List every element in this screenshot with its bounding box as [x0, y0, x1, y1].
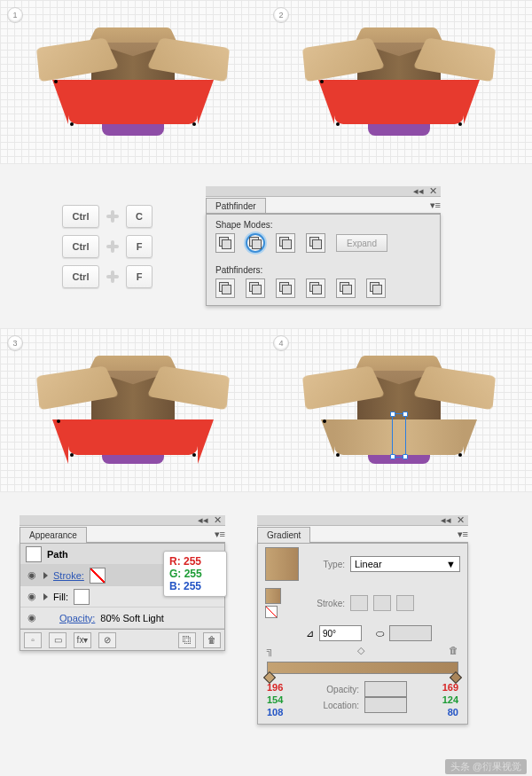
opacity-row[interactable]: ◉ Opacity: 80% Soft Light [20, 607, 224, 629]
box-illustration [31, 16, 235, 149]
visibility-icon[interactable]: ◉ [26, 591, 38, 602]
box-illustration [297, 16, 501, 149]
key-modifier: Ctrl [62, 205, 99, 228]
expand-icon[interactable] [43, 593, 48, 600]
right-stop-rgb: 169 124 80 [442, 681, 458, 718]
location-label: Location: [318, 701, 359, 710]
shortcut-row: Ctrl F [62, 235, 153, 258]
clear-button[interactable]: ⊘ [98, 632, 116, 648]
stroke-label: Stroke: [304, 599, 345, 608]
pathfinder-panel: Shape Modes: Expand Pathfinders: [206, 213, 441, 306]
gradient-panel: Type: Linear▼ Stroke: ⊿ 90° [257, 542, 468, 725]
visibility-icon[interactable]: ◉ [26, 612, 38, 623]
type-label: Type: [304, 560, 345, 569]
step-2: 2 [266, 0, 532, 164]
shape-modes-label: Shape Modes: [207, 215, 440, 231]
pathfinder-tab[interactable]: Pathfinder [206, 198, 266, 214]
expand-button[interactable]: Expand [336, 234, 387, 252]
fill-toggle[interactable] [265, 588, 281, 604]
key-letter: F [126, 265, 153, 288]
key-letter: F [126, 235, 153, 258]
outline-button[interactable] [336, 278, 356, 298]
box-illustration [297, 344, 501, 477]
step-badge: 3 [7, 335, 23, 351]
plus-icon [105, 208, 121, 224]
trash-icon[interactable]: 🗑 [449, 645, 458, 656]
step-badge: 4 [273, 335, 289, 351]
rgb-tooltip: R: 255 G: 255 B: 255 [163, 551, 227, 597]
plus-icon [105, 239, 121, 255]
key-modifier: Ctrl [62, 265, 99, 288]
stroke-across-button[interactable] [396, 595, 414, 611]
gradient-slider[interactable] [267, 662, 458, 674]
opacity-input[interactable] [364, 681, 407, 697]
key-modifier: Ctrl [62, 235, 99, 258]
minus-back-button[interactable] [366, 278, 386, 298]
stroke-toggle[interactable] [265, 606, 278, 618]
appearance-tab[interactable]: Appearance [20, 527, 87, 543]
unite-button[interactable] [215, 233, 235, 253]
shortcut-row: Ctrl F [62, 265, 153, 288]
minus-front-button[interactable] [246, 233, 265, 253]
expand-icon[interactable] [43, 572, 48, 579]
intersect-button[interactable] [276, 233, 295, 253]
selection-swatch [26, 546, 42, 562]
selection-handles[interactable] [392, 413, 406, 458]
stroke-in-button[interactable] [350, 595, 368, 611]
angle-icon: ⊿ [306, 628, 314, 639]
fx-button[interactable]: fx▾ [74, 632, 91, 648]
new-stroke-button[interactable]: ▭ [49, 632, 66, 648]
panel-header-bar: ◂◂✕ [257, 515, 468, 526]
step-3: 3 [0, 328, 266, 492]
angle-input[interactable]: 90° [319, 625, 362, 641]
key-letter: C [126, 205, 153, 228]
step-1: 1 [0, 0, 266, 164]
box-illustration [31, 344, 235, 477]
crop-button[interactable] [306, 278, 325, 298]
stroke-along-button[interactable] [373, 595, 391, 611]
shortcut-panel-strip: Ctrl C Ctrl F Ctrl F ◂◂✕ Pathfinder ▾≡ S… [0, 164, 532, 328]
type-select[interactable]: Linear▼ [350, 556, 460, 572]
keyboard-shortcuts: Ctrl C Ctrl F Ctrl F [62, 205, 153, 288]
step-badge: 1 [7, 7, 23, 23]
panel-header-bar: ◂◂✕ [206, 186, 441, 197]
fill-swatch[interactable] [74, 589, 90, 605]
duplicate-button[interactable]: ⿻ [178, 632, 196, 648]
step-badge: 2 [273, 7, 289, 23]
aspect-input[interactable] [389, 625, 432, 641]
gradient-tab[interactable]: Gradient [257, 527, 310, 543]
stroke-swatch[interactable] [90, 568, 106, 584]
divide-button[interactable] [215, 278, 235, 298]
stroke-link[interactable]: Stroke: [53, 570, 84, 581]
appearance-footer: ▫ ▭ fx▾ ⊘ ⿻ 🗑 [20, 629, 224, 650]
location-input[interactable] [364, 697, 407, 713]
watermark: 头条 @衍果视觉 [445, 759, 527, 774]
trim-button[interactable] [246, 278, 265, 298]
left-stop-rgb: 196 154 108 [267, 681, 283, 718]
opacity-label: Opacity: [318, 685, 359, 694]
plus-icon [105, 269, 121, 285]
opacity-link[interactable]: Opacity: [59, 613, 95, 623]
aspect-icon: ⬭ [376, 628, 384, 639]
shortcut-row: Ctrl C [62, 205, 153, 228]
panel-header-bar: ◂◂✕ [20, 515, 225, 526]
pathfinders-label: Pathfinders: [207, 260, 440, 277]
visibility-icon[interactable]: ◉ [26, 569, 38, 581]
gradient-preview[interactable] [265, 547, 299, 581]
merge-button[interactable] [276, 278, 295, 298]
exclude-button[interactable] [306, 233, 325, 253]
trash-button[interactable]: 🗑 [203, 632, 221, 648]
step-4: 4 [266, 328, 532, 492]
new-fill-button[interactable]: ▫ [24, 632, 42, 648]
